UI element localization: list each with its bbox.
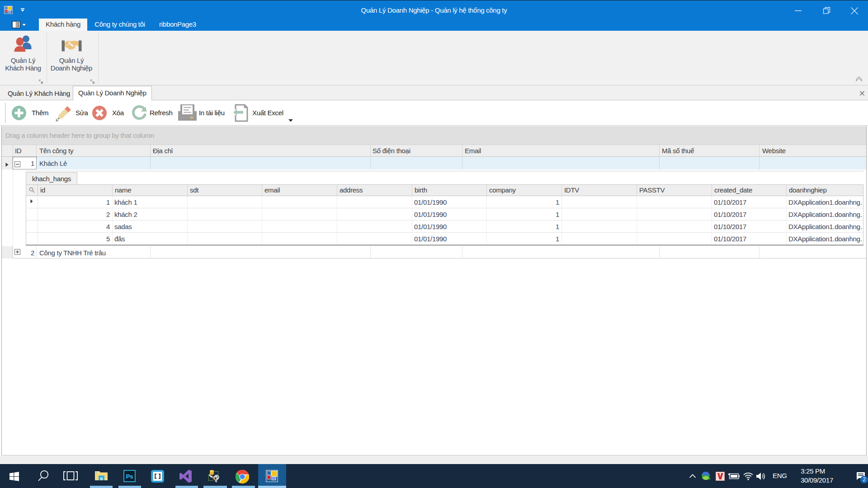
svg-text:Ps: Ps: [126, 473, 133, 480]
